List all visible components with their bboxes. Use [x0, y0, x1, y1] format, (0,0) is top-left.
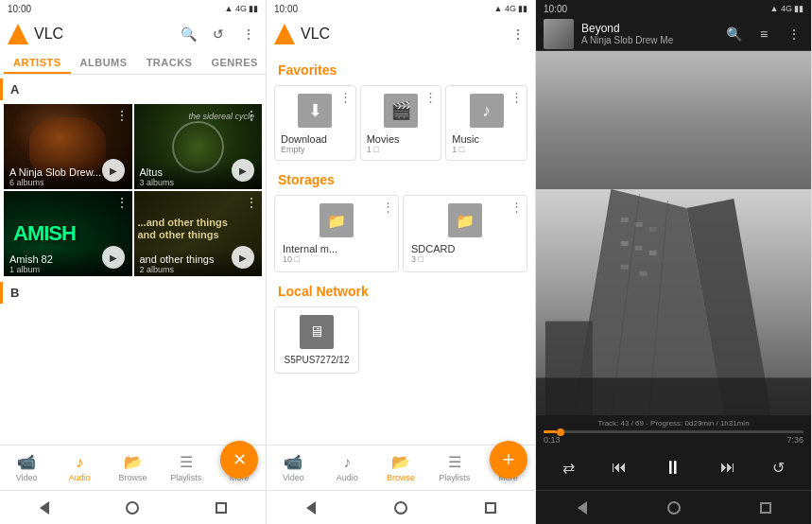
playlists-icon-2: ☰ — [448, 453, 461, 471]
player-controls: ⇄ ⏮ ⏸ ⏭ ↺ — [536, 446, 811, 490]
network-item-server[interactable]: 🖥 S5PUS7272/12 — [274, 306, 359, 374]
fav-sub-movies: 1 □ — [367, 145, 379, 154]
building-artwork — [536, 51, 811, 415]
fab-1[interactable]: ✕ — [220, 441, 258, 479]
nav-audio-1[interactable]: ♪ Audio — [53, 445, 106, 490]
artist-card-ninja[interactable]: ⋮ A Ninja Slob Drew... 6 albums ▶ — [4, 104, 132, 189]
recent-btn-1[interactable] — [207, 498, 235, 517]
fab-2[interactable]: + — [490, 441, 527, 479]
svg-rect-3 — [621, 218, 629, 222]
nav-video-1[interactable]: 📹 Video — [0, 445, 53, 490]
player-more-icon[interactable]: ⋮ — [785, 25, 803, 44]
artist-more-ninja[interactable]: ⋮ — [115, 108, 129, 123]
repeat-btn[interactable]: ↺ — [765, 454, 791, 480]
history-icon[interactable]: ↺ — [209, 25, 228, 44]
fav-name-download: Download — [281, 133, 327, 145]
svg-rect-5 — [649, 227, 657, 232]
status-icons-1: ▲ 4G ▮▮ — [225, 4, 258, 13]
artist-more-other[interactable]: ⋮ — [245, 195, 258, 210]
prev-btn[interactable]: ⏮ — [606, 454, 632, 480]
play-btn-ninja[interactable]: ▶ — [102, 159, 125, 182]
header-1: VLC 🔍 ↺ ⋮ — [0, 17, 266, 51]
shuffle-btn[interactable]: ⇄ — [556, 454, 582, 480]
nav-playlists-2[interactable]: ☰ Playlists — [427, 445, 481, 490]
more-icon[interactable]: ⋮ — [239, 25, 258, 44]
internal-storage-icon: 📁 — [320, 203, 354, 237]
play-pause-btn[interactable]: ⏸ — [656, 450, 690, 484]
download-folder-icon: ⬇ — [298, 94, 332, 128]
nav-label-audio-1: Audio — [69, 473, 91, 482]
progress-fill — [544, 430, 557, 433]
artist-more-amish[interactable]: ⋮ — [115, 195, 129, 210]
header-3: Beyond A Ninja Slob Drew Me 🔍 ≡ ⋮ — [536, 17, 811, 51]
status-icons-2: ▲ 4G ▮▮ — [494, 4, 527, 13]
artist-card-amish[interactable]: AMISH ⋮ Amish 82 1 album ▶ — [4, 191, 132, 276]
fav-more-music[interactable]: ⋮ — [510, 90, 523, 104]
artist-more-altus[interactable]: ⋮ — [245, 108, 258, 123]
artist-card-other[interactable]: ...and other thingsand other things ⋮ an… — [134, 191, 263, 276]
playlists-icon-1: ☰ — [180, 453, 193, 471]
storage-sdcard[interactable]: 📁 SDCARD 3 □ ⋮ — [403, 195, 527, 272]
album-art — [536, 51, 811, 415]
progress-bar[interactable] — [544, 430, 803, 433]
network-name-server: S5PUS7272/12 — [285, 355, 350, 365]
storage-sub-sdcard: 3 □ — [411, 254, 423, 264]
home-btn-2[interactable] — [387, 498, 415, 517]
player-panel: 10:00 ▲ 4G ▮▮ Beyond A Ninja Slob Drew M… — [536, 0, 812, 524]
recent-btn-3[interactable] — [752, 498, 780, 517]
music-panel: 10:00 ▲ 4G ▮▮ VLC 🔍 ↺ ⋮ ARTISTS ALBUMS t… — [0, 0, 267, 524]
nav-browse-1[interactable]: 📂 Browse — [106, 445, 159, 490]
fav-name-movies: Movies — [367, 133, 400, 145]
storages-grid: 📁 Internal m... 10 □ ⋮ 📁 SDCARD 3 □ ⋮ — [267, 191, 535, 276]
fav-more-download[interactable]: ⋮ — [339, 90, 352, 104]
next-btn[interactable]: ⏭ — [715, 454, 741, 480]
nav-audio-2[interactable]: ♪ Audio — [320, 445, 374, 490]
fav-sub-music: 1 □ — [452, 145, 464, 154]
play-btn-amish[interactable]: ▶ — [102, 246, 125, 269]
sys-nav-2 — [267, 490, 535, 524]
artist-card-altus[interactable]: the sidereal cycle ⋮ Altus 3 albums ▶ — [134, 104, 263, 189]
play-btn-other[interactable]: ▶ — [232, 246, 254, 269]
local-network-title: Local Network — [267, 276, 535, 303]
recent-btn-2[interactable] — [476, 498, 505, 517]
svg-rect-6 — [621, 241, 629, 246]
svg-rect-9 — [621, 265, 629, 270]
fav-more-movies[interactable]: ⋮ — [424, 90, 437, 104]
browse-content: Favorites ⬇ Download Empty ⋮ 🎬 Movies 1 … — [267, 51, 535, 445]
nav-playlists-1[interactable]: ☰ Playlists — [160, 445, 213, 490]
header-icons-2: ⋮ — [509, 25, 527, 44]
tab-albums[interactable]: ALBUMS — [71, 51, 137, 74]
play-btn-altus[interactable]: ▶ — [232, 159, 254, 182]
fav-item-movies[interactable]: 🎬 Movies 1 □ ⋮ — [360, 85, 442, 161]
back-btn-2[interactable] — [297, 498, 325, 517]
home-btn-1[interactable] — [118, 498, 147, 517]
movies-folder-icon: 🎬 — [384, 94, 418, 128]
section-b-header: B — [0, 282, 266, 304]
search-icon[interactable]: 🔍 — [179, 25, 198, 44]
nav-browse-2[interactable]: 📂 Browse — [374, 445, 428, 490]
storage-more-sdcard[interactable]: ⋮ — [510, 200, 523, 214]
fav-item-music[interactable]: ♪ Music 1 □ ⋮ — [445, 85, 527, 161]
app-title-2: VLC — [301, 26, 509, 43]
more-menu-icon-2[interactable]: ⋮ — [509, 25, 527, 44]
player-search-icon[interactable]: 🔍 — [724, 25, 743, 44]
nav-label-playlists-2: Playlists — [439, 473, 470, 482]
nav-label-playlists-1: Playlists — [170, 473, 201, 482]
tab-artists[interactable]: ARTISTS — [4, 51, 71, 74]
video-icon-1: 📹 — [17, 453, 36, 471]
fav-item-download[interactable]: ⬇ Download Empty ⋮ — [274, 85, 356, 161]
track-artist-header: A Ninja Slob Drew Me — [581, 35, 724, 45]
music-folder-icon: ♪ — [470, 94, 504, 128]
back-btn-1[interactable] — [30, 498, 59, 517]
tab-tracks[interactable]: tRACKS — [137, 51, 202, 74]
fav-sub-download: Empty — [281, 145, 305, 154]
back-btn-3[interactable] — [568, 498, 596, 517]
tab-genres[interactable]: GENRES — [201, 51, 267, 74]
nav-video-2[interactable]: 📹 Video — [267, 445, 320, 490]
player-queue-icon[interactable]: ≡ — [754, 25, 773, 44]
storage-more-internal[interactable]: ⋮ — [382, 200, 394, 214]
status-icons-3: ▲ 4G ▮▮ — [770, 4, 803, 13]
favorites-grid: ⬇ Download Empty ⋮ 🎬 Movies 1 □ ⋮ ♪ Musi… — [267, 81, 535, 165]
storage-internal[interactable]: 📁 Internal m... 10 □ ⋮ — [274, 195, 399, 272]
home-btn-3[interactable] — [660, 498, 688, 517]
